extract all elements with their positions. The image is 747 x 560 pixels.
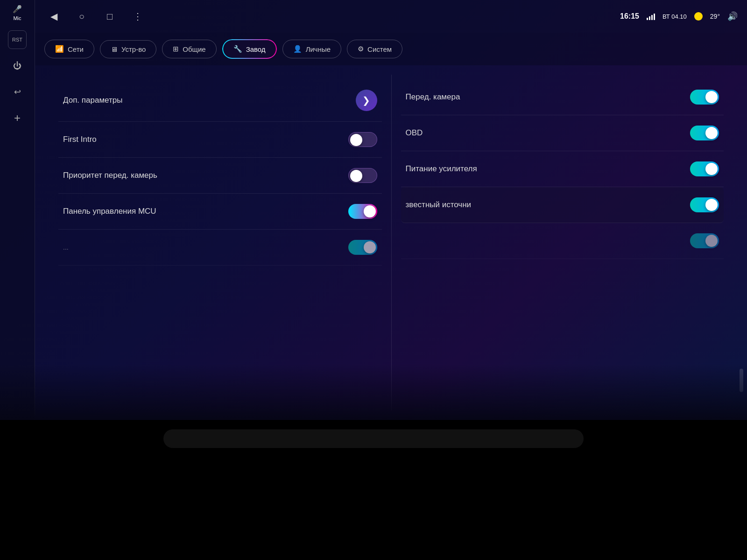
scrollbar[interactable] — [740, 369, 743, 392]
mcu-panel-toggle[interactable] — [348, 204, 377, 219]
front-camera-toggle[interactable] — [690, 90, 719, 105]
main-content: Доп. параметры ❯ First Intro Приоритет п… — [35, 65, 747, 420]
priority-camera-toggle[interactable] — [348, 168, 377, 183]
rst-button[interactable]: RST — [8, 30, 27, 49]
mcu-panel-knob — [364, 205, 376, 217]
setting-mcu-panel: Панель управления MCU — [58, 194, 382, 230]
bottom-left-toggle[interactable] — [348, 240, 377, 255]
mic-label: Mic — [13, 15, 21, 21]
tab-device-label: Устр-во — [121, 45, 146, 53]
unknown-source-knob — [705, 199, 718, 211]
person-icon: 👤 — [293, 45, 302, 53]
display-icon: 🖥 — [111, 45, 118, 53]
tab-system-label: Систем — [367, 45, 392, 53]
amplifier-label: Питание усилителя — [406, 164, 681, 174]
setting-obd: OBD — [401, 115, 724, 151]
mcu-panel-label: Панель управления MCU — [63, 207, 339, 216]
signal-icon — [647, 13, 655, 20]
left-sidebar: 🎤 Mic RST ⏻ ↩ + — [0, 0, 35, 420]
home-button[interactable]: ○ — [72, 7, 91, 26]
first-intro-toggle[interactable] — [348, 132, 377, 147]
setting-bottom-right — [401, 223, 724, 259]
status-date: ВТ 04.10 — [662, 13, 687, 20]
mic-icon: 🎤 — [13, 5, 22, 14]
obd-toggle[interactable] — [690, 126, 719, 140]
setting-front-camera: Перед. камера — [401, 79, 724, 115]
back2-icon[interactable]: ↩ — [8, 83, 27, 101]
recents-button[interactable]: □ — [100, 7, 119, 26]
setting-dop-params: Доп. параметры ❯ — [58, 79, 382, 122]
volume-icon: 🔊 — [727, 11, 738, 21]
setting-unknown-source: звестный источни — [401, 187, 724, 223]
plus-icon[interactable]: + — [8, 109, 27, 127]
gear-icon: ⚙ — [358, 45, 364, 53]
tab-factory-label: Завод — [246, 45, 266, 53]
tab-general[interactable]: ⊞ Общие — [162, 40, 216, 58]
tab-personal[interactable]: 👤 Личные — [282, 40, 341, 58]
amplifier-toggle[interactable] — [690, 161, 719, 176]
dop-params-label: Доп. параметры — [63, 96, 346, 105]
tools-icon: 🔧 — [233, 45, 242, 53]
unknown-source-toggle[interactable] — [690, 197, 719, 212]
right-column: Перед. камера OBD Питание усилителя — [391, 75, 733, 411]
first-intro-label: First Intro — [63, 135, 339, 144]
bottom-right-toggle[interactable] — [690, 233, 719, 248]
dop-params-chevron[interactable]: ❯ — [356, 90, 377, 111]
front-camera-label: Перед. камера — [406, 92, 681, 102]
screen: 🎤 Mic RST ⏻ ↩ + ◀ ○ □ ⋮ 16:15 ВТ 04.10 — [0, 0, 747, 420]
obd-knob — [705, 127, 718, 139]
top-bar: ◀ ○ □ ⋮ 16:15 ВТ 04.10 29° 🔊 — [35, 0, 747, 33]
menu-button[interactable]: ⋮ — [128, 7, 147, 26]
front-camera-knob — [705, 91, 718, 103]
speaker-bar — [163, 429, 584, 448]
bottom-left-label: ... — [63, 244, 339, 251]
status-bar: 16:15 ВТ 04.10 29° 🔊 — [620, 11, 738, 21]
weather-dot — [694, 12, 703, 21]
status-time: 16:15 — [620, 12, 639, 21]
setting-bottom-left: ... — [58, 230, 382, 266]
tab-system[interactable]: ⚙ Систем — [347, 40, 402, 58]
amplifier-knob — [705, 163, 718, 175]
status-temp: 29° — [710, 13, 720, 20]
bottom-left-knob — [364, 241, 376, 253]
tab-device[interactable]: 🖥 Устр-во — [100, 40, 156, 58]
tab-networks[interactable]: 📶 Сети — [44, 40, 94, 58]
tab-networks-label: Сети — [68, 45, 84, 53]
power-icon[interactable]: ⏻ — [8, 56, 27, 75]
left-column: Доп. параметры ❯ First Intro Приоритет п… — [49, 75, 391, 411]
first-intro-knob — [350, 134, 362, 146]
setting-amplifier: Питание усилителя — [401, 151, 724, 187]
obd-label: OBD — [406, 128, 681, 138]
grid-icon: ⊞ — [173, 45, 179, 53]
priority-camera-knob — [350, 170, 362, 182]
wifi-icon: 📶 — [55, 45, 64, 53]
tab-factory[interactable]: 🔧 Завод — [222, 39, 277, 59]
unknown-source-label: звестный источни — [406, 200, 681, 210]
priority-camera-label: Приоритет перед. камерь — [63, 171, 339, 180]
setting-first-intro: First Intro — [58, 122, 382, 158]
device-bezel — [0, 420, 747, 560]
tab-personal-label: Личные — [306, 45, 331, 53]
bottom-right-knob — [705, 235, 718, 247]
tab-general-label: Общие — [183, 45, 205, 53]
setting-priority-camera: Приоритет перед. камерь — [58, 158, 382, 194]
back-button[interactable]: ◀ — [44, 7, 63, 26]
tab-bar: 📶 Сети 🖥 Устр-во ⊞ Общие 🔧 Завод 👤 Личны… — [35, 33, 747, 65]
